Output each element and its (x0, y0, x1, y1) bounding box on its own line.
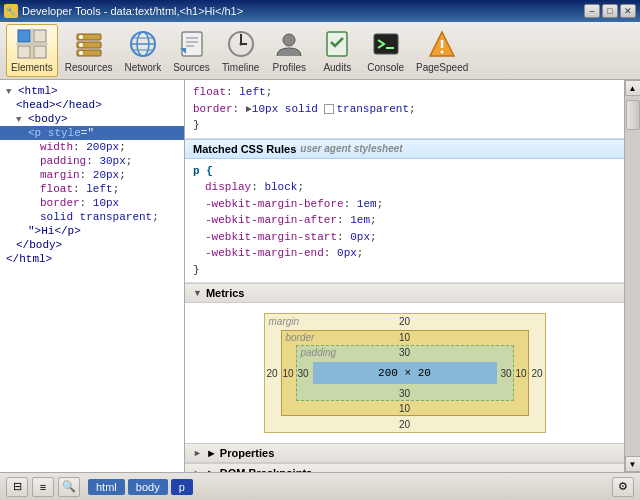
content-box: 200 × 20 (313, 362, 497, 384)
timeline-icon (225, 28, 257, 60)
search-button[interactable]: 🔍 (58, 477, 80, 497)
pagespeed-icon (426, 28, 458, 60)
svg-point-32 (441, 51, 444, 54)
scroll-down-button[interactable]: ▼ (625, 456, 641, 472)
audits-label: Audits (323, 62, 351, 73)
tab-sources[interactable]: Sources (168, 24, 215, 77)
margin-bottom-label: 20 (399, 419, 410, 430)
tab-resources[interactable]: Resources (60, 24, 118, 77)
maximize-button[interactable]: □ (602, 4, 618, 18)
breadcrumbs: html body p (84, 479, 608, 495)
color-swatch-transparent[interactable] (324, 104, 334, 114)
html-line-5[interactable]: width: 200px; (0, 140, 184, 154)
css-prop-margin-end: -webkit-margin-end: 0px; (193, 245, 616, 262)
css-rules-panel: float: left; border: ►10px solid transpa… (185, 80, 640, 472)
minimize-button[interactable]: – (584, 4, 600, 18)
svg-point-9 (79, 35, 83, 39)
metrics-label: Metrics (206, 287, 245, 299)
app-icon: 🔧 (4, 4, 18, 18)
breadcrumb-p[interactable]: p (171, 479, 193, 495)
toolbar: Elements Resources Network (0, 22, 640, 80)
title-text: Developer Tools - data:text/html,<h1>Hi<… (22, 5, 243, 17)
padding-top-label: 30 (399, 347, 410, 358)
css-line-float: float: left; (193, 84, 616, 101)
border-bottom-label: 10 (399, 403, 410, 414)
html-line-10[interactable]: solid transparent; (0, 210, 184, 224)
svg-point-11 (79, 51, 83, 55)
border-left-label: 10 (283, 368, 294, 379)
html-line-7[interactable]: margin: 20px; (0, 168, 184, 182)
window-controls[interactable]: – □ ✕ (584, 4, 636, 18)
elements-label: Elements (11, 62, 53, 73)
border-text: border (286, 332, 315, 343)
svg-point-25 (239, 43, 242, 46)
scroll-thumb[interactable] (626, 100, 640, 130)
elements-icon (16, 28, 48, 60)
close-button[interactable]: ✕ (620, 4, 636, 18)
properties-triangle: ► (193, 448, 202, 458)
inspect-button[interactable]: ≡ (32, 477, 54, 497)
border-right-label: 10 (515, 368, 526, 379)
breadcrumb-html[interactable]: html (88, 479, 125, 495)
html-line-8[interactable]: float: left; (0, 182, 184, 196)
properties-header[interactable]: ► ► Properties (185, 443, 624, 463)
html-line-2[interactable]: <head></head> (0, 98, 184, 112)
css-top-snippet: float: left; border: ►10px solid transpa… (185, 80, 624, 139)
tab-elements[interactable]: Elements (6, 24, 58, 77)
margin-left-label: 20 (267, 368, 278, 379)
html-line-4[interactable]: <p style=" (0, 126, 184, 140)
svg-rect-0 (18, 30, 30, 42)
html-line-6[interactable]: padding: 30px; (0, 154, 184, 168)
html-line-9[interactable]: border: 10px (0, 196, 184, 210)
matched-css-header[interactable]: Matched CSS Rules user agent stylesheet (185, 139, 624, 159)
css-close-brace: } (193, 262, 616, 279)
border-top-label: 10 (399, 332, 410, 343)
status-bar: ⊟ ≡ 🔍 html body p ⚙ (0, 472, 640, 500)
dock-button[interactable]: ⊟ (6, 477, 28, 497)
margin-right-label: 20 (531, 368, 542, 379)
html-line-1[interactable]: <html> (0, 84, 184, 98)
svg-point-10 (79, 43, 83, 47)
svg-rect-28 (374, 34, 398, 54)
sources-label: Sources (173, 62, 210, 73)
padding-right-label: 30 (500, 368, 511, 379)
tab-pagespeed[interactable]: PageSpeed (411, 24, 473, 77)
timeline-label: Timeline (222, 62, 259, 73)
svg-rect-1 (34, 30, 46, 42)
content-dimensions: 200 × 20 (378, 367, 431, 379)
title-bar: 🔧 Developer Tools - data:text/html,<h1>H… (0, 0, 640, 22)
tab-timeline[interactable]: Timeline (217, 24, 264, 77)
css-prop-margin-before: -webkit-margin-before: 1em; (193, 196, 616, 213)
console-icon (370, 28, 402, 60)
html-line-11[interactable]: ">Hi</p> (0, 224, 184, 238)
css-p-rules: p { display: block; -webkit-margin-befor… (185, 159, 624, 284)
tab-audits[interactable]: Audits (314, 24, 360, 77)
css-prop-margin-start: -webkit-margin-start: 0px; (193, 229, 616, 246)
title-bar-left: 🔧 Developer Tools - data:text/html,<h1>H… (4, 4, 243, 18)
settings-button[interactable]: ⚙ (612, 477, 634, 497)
svg-point-26 (283, 34, 295, 46)
main-content: <html> <head></head> <body> <p style=" w… (0, 80, 640, 472)
metrics-triangle: ▼ (193, 288, 202, 298)
resources-icon (73, 28, 105, 60)
dom-breakpoints-label: ► DOM Breakpoints (206, 467, 312, 472)
scroll-up-button[interactable]: ▲ (625, 80, 641, 96)
html-line-12[interactable]: </body> (0, 238, 184, 252)
css-prop-display: display: block; (193, 179, 616, 196)
breadcrumb-body[interactable]: body (128, 479, 168, 495)
scroll-track[interactable] (625, 96, 640, 456)
tab-network[interactable]: Network (120, 24, 167, 77)
html-line-13[interactable]: </html> (0, 252, 184, 266)
padding-left-label: 30 (298, 368, 309, 379)
tab-profiles[interactable]: Profiles (266, 24, 312, 77)
console-label: Console (367, 62, 404, 73)
metrics-header[interactable]: ▼ Metrics (185, 283, 624, 303)
css-selector-p: p { (193, 163, 616, 180)
dom-breakpoints-header[interactable]: ► ► DOM Breakpoints (185, 463, 624, 472)
profiles-label: Profiles (273, 62, 306, 73)
properties-label: ► Properties (206, 447, 274, 459)
html-line-3[interactable]: <body> (0, 112, 184, 126)
metrics-container: 20 20 20 20 margin 10 10 10 10 bo (185, 303, 624, 443)
tab-console[interactable]: Console (362, 24, 409, 77)
resources-label: Resources (65, 62, 113, 73)
